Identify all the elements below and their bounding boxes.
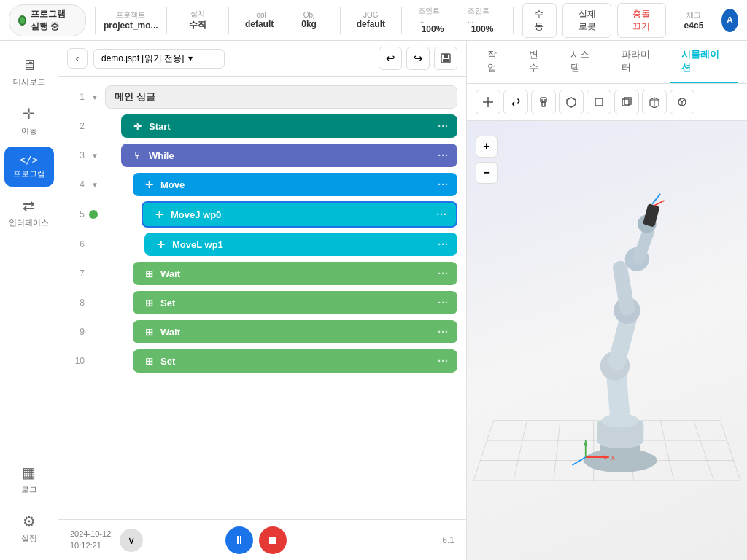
sidebar-item-interface[interactable]: ⇄ 인터페이스 <box>4 190 54 236</box>
table-row: 7 ⊞ Wait ··· <box>58 259 466 288</box>
vp-tool-target[interactable] <box>670 90 694 114</box>
node-movej[interactable]: ✛ MoveJ wp0 ··· <box>142 201 457 228</box>
sidebar-label-move: 이동 <box>21 125 37 136</box>
expand-icon[interactable]: ▼ <box>89 181 101 189</box>
sidebar-item-move[interactable]: ✛ 이동 <box>4 98 54 144</box>
node-wait-9[interactable]: ⊞ Wait ··· <box>133 320 457 343</box>
svg-point-3 <box>487 101 489 104</box>
svg-rect-12 <box>595 98 603 106</box>
node-movel[interactable]: ✛ MoveL wp1 ··· <box>144 233 457 256</box>
vp-tool-fan[interactable] <box>476 90 500 114</box>
speed-value: 100% <box>422 24 444 34</box>
node-while[interactable]: ⑂ While ··· <box>121 144 457 167</box>
project-info: 프로젝트 project_mo... <box>104 7 158 34</box>
more-icon[interactable]: ··· <box>438 297 449 308</box>
tab-system[interactable]: 시스템 <box>559 41 610 83</box>
node-move[interactable]: ✛ Move ··· <box>133 173 457 196</box>
program-panel: ‹ demo.jspf [읽기 전용] ▾ ↩ ↪ <box>58 41 467 560</box>
expand-icon[interactable]: ▼ <box>89 93 101 101</box>
main-layout: 🖥 대시보드 ✛ 이동 </> 프로그램 ⇄ 인터페이스 ▦ 로그 ⚙ 설정 <box>0 41 747 560</box>
check-value: e4c5 <box>684 20 704 31</box>
node-wait-7[interactable]: ⊞ Wait ··· <box>133 262 457 285</box>
right-tabs: 작업 변수 시스템 파라미터 시뮬레이션 <box>467 41 747 84</box>
emergency-button[interactable]: 충돌 끄기 <box>617 3 666 38</box>
sidebar-item-log[interactable]: ▦ 로그 <box>4 456 54 502</box>
node-set-10[interactable]: ⊞ Set ··· <box>133 349 457 373</box>
stop-button[interactable]: ⏹ <box>259 526 287 554</box>
start-icon: ✛ <box>130 119 144 133</box>
move-badge-icon: ✛ <box>142 177 156 192</box>
tab-variable[interactable]: 변수 <box>517 41 559 83</box>
row-number: 4 <box>67 179 85 190</box>
vp-tool-shield[interactable] <box>559 90 584 114</box>
sidebar-label-dashboard: 대시보드 <box>13 77 45 88</box>
playback-controls: ⏸ ⏹ <box>225 526 287 554</box>
file-selector[interactable]: demo.jspf [읽기 전용] ▾ <box>93 49 225 69</box>
node-label: Start <box>149 121 171 132</box>
svg-line-29 <box>694 421 713 481</box>
back-button[interactable]: ‹ <box>67 48 88 69</box>
expand-icon[interactable]: ▼ <box>89 152 101 160</box>
tab-parameter[interactable]: 파라미터 <box>610 41 670 83</box>
fan-icon <box>481 96 495 109</box>
more-icon[interactable]: ··· <box>438 149 449 161</box>
program-icon: </> <box>20 154 38 166</box>
tab-simulation[interactable]: 시뮬레이션 <box>670 41 739 83</box>
check-info: 체크 e4c5 <box>672 7 716 34</box>
undo-button[interactable]: ↩ <box>379 47 402 70</box>
vp-tool-pan[interactable]: ⇄ <box>503 90 528 114</box>
install-label: 설치 <box>190 9 205 19</box>
user-avatar[interactable]: A <box>721 9 738 32</box>
check-label: 체크 <box>686 10 701 20</box>
node-main-single[interactable]: 메인 싱글 <box>105 85 457 109</box>
svg-rect-1 <box>444 54 448 58</box>
svg-line-46 <box>654 201 665 206</box>
expand-button[interactable]: ∨ <box>120 529 143 552</box>
redo-button[interactable]: ↪ <box>406 47 430 70</box>
svg-line-23 <box>473 421 493 481</box>
table-row: 8 ⊞ Set ··· <box>58 288 466 317</box>
install-value: 수직 <box>189 19 206 31</box>
movej-icon: ✛ <box>152 207 166 222</box>
more-icon[interactable]: ··· <box>438 355 449 367</box>
tab-job[interactable]: 작업 <box>476 41 517 83</box>
sep1 <box>95 7 96 34</box>
while-icon: ⑂ <box>130 148 144 163</box>
more-icon[interactable]: ··· <box>438 179 449 190</box>
row-number: 10 <box>67 356 85 366</box>
version-label: 6.1 <box>442 535 454 545</box>
more-icon[interactable]: ··· <box>438 268 449 279</box>
move-icon: ✛ <box>23 105 35 122</box>
set-icon: ⊞ <box>142 295 156 310</box>
node-set-8[interactable]: ⊞ Set ··· <box>133 291 457 314</box>
node-start[interactable]: ✛ Start ··· <box>121 114 457 138</box>
save-button[interactable] <box>434 47 457 70</box>
more-icon[interactable]: ··· <box>438 120 449 132</box>
table-row: 6 ✛ MoveL wp1 ··· <box>58 230 466 259</box>
emergency-label: 충돌 끄기 <box>632 9 650 31</box>
cube2-icon <box>621 96 632 108</box>
vp-tool-box1[interactable] <box>587 90 611 114</box>
tab-simulation-label: 시뮬레이션 <box>681 49 719 73</box>
sidebar-item-dashboard[interactable]: 🖥 대시보드 <box>4 50 54 95</box>
set-icon: ⊞ <box>142 354 156 368</box>
more-icon[interactable]: ··· <box>438 238 449 250</box>
more-icon[interactable]: ··· <box>436 209 447 220</box>
jog-info: JOG default <box>349 8 392 32</box>
pause-icon: ⏸ <box>233 534 245 547</box>
sidebar-item-settings[interactable]: ⚙ 설정 <box>4 505 54 551</box>
vp-tool-box3[interactable] <box>642 90 667 114</box>
sidebar-item-program[interactable]: </> 프로그램 <box>4 147 54 187</box>
jog-label: JOG <box>363 11 379 19</box>
pause-button[interactable]: ⏸ <box>225 526 253 554</box>
more-icon[interactable]: ··· <box>438 326 449 338</box>
movel-icon: ✛ <box>153 237 168 252</box>
row-number: 6 <box>67 239 85 249</box>
node-label: MoveL wp1 <box>172 239 223 250</box>
table-row: 3 ▼ ⑂ While ··· <box>58 141 466 170</box>
vp-tool-box2[interactable] <box>614 90 639 114</box>
vp-tool-robot[interactable] <box>531 90 556 114</box>
manual-button[interactable]: 수동 <box>522 3 557 38</box>
real-robot-button[interactable]: 실제 로봇 <box>562 3 611 38</box>
3d-viewport[interactable]: + − <box>467 121 747 560</box>
